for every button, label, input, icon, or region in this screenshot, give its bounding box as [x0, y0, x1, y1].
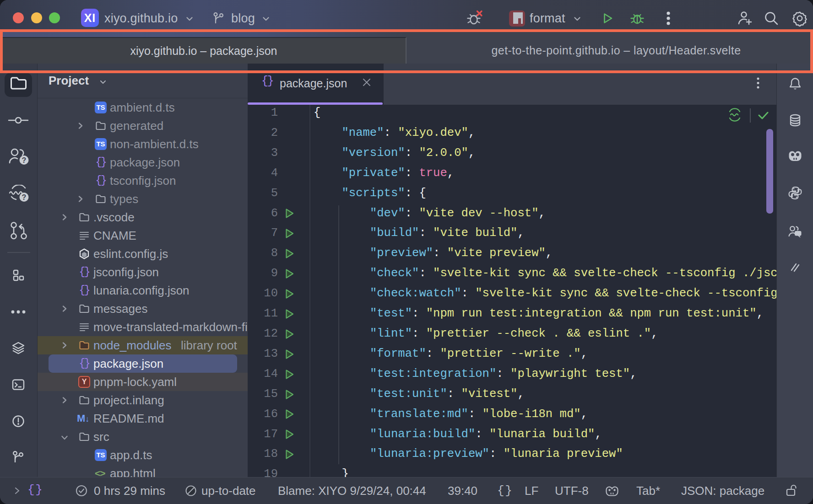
- svg-text:?: ?: [22, 156, 27, 164]
- svg-text:?: ?: [22, 193, 27, 201]
